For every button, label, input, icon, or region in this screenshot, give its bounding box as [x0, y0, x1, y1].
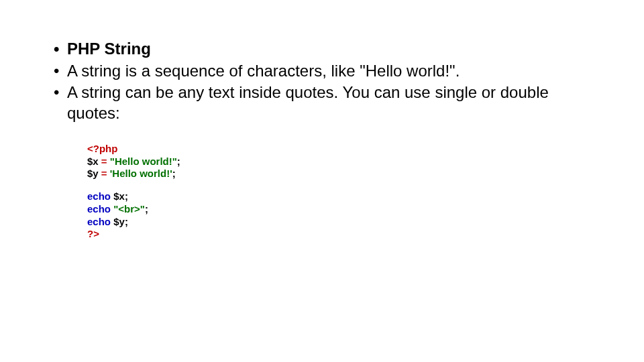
code-punct: ; — [125, 190, 128, 202]
code-var: $x — [87, 156, 101, 167]
code-blank-line — [87, 180, 597, 190]
code-keyword: echo — [87, 203, 113, 215]
code-punct: ; — [177, 156, 180, 167]
code-block: <?php $x = "Hello world!"; $y = 'Hello w… — [87, 143, 597, 241]
bullet-item: A string is a sequence of characters, li… — [47, 61, 597, 82]
bullet-text: A string is a sequence of characters, li… — [67, 62, 460, 80]
code-keyword: echo — [87, 190, 113, 202]
php-close-tag: ?> — [87, 228, 99, 239]
code-line: <?php — [87, 143, 597, 156]
php-open-tag: <?php — [87, 143, 117, 154]
code-line: echo $y; — [87, 216, 597, 229]
code-string: 'Hello world!' — [110, 168, 172, 179]
bullet-title-text: PHP String — [67, 40, 151, 58]
code-line: echo $x; — [87, 190, 597, 203]
code-string: "Hello world!" — [110, 156, 177, 167]
code-keyword: echo — [87, 216, 113, 227]
code-line: $x = "Hello world!"; — [87, 156, 597, 168]
code-op: = — [101, 168, 110, 179]
code-punct: ; — [172, 168, 176, 179]
bullet-list: PHP String A string is a sequence of cha… — [47, 39, 597, 124]
code-punct: ; — [125, 216, 128, 227]
code-line: echo "<br>"; — [87, 203, 597, 216]
code-var: $x — [113, 190, 125, 202]
code-punct: ; — [145, 203, 148, 215]
code-var: $y — [113, 216, 125, 227]
code-line: $y = 'Hello world!'; — [87, 168, 597, 180]
code-var: $y — [87, 168, 101, 179]
bullet-item: A string can be any text inside quotes. … — [47, 82, 597, 123]
code-line: ?> — [87, 228, 597, 241]
code-op: = — [101, 156, 110, 167]
code-string: "<br>" — [113, 203, 145, 215]
bullet-title: PHP String — [47, 39, 597, 60]
slide: PHP String A string is a sequence of cha… — [0, 0, 644, 362]
bullet-text: A string can be any text inside quotes. … — [67, 83, 549, 122]
